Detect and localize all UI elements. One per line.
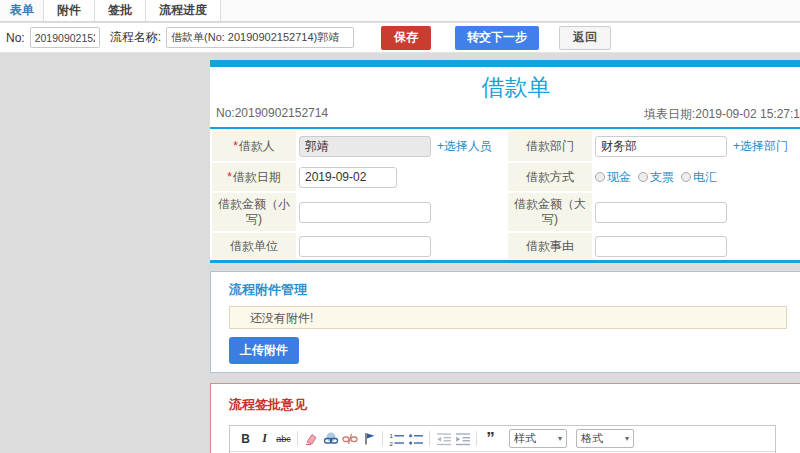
form-fill-date: 填表日期:2019-09-02 15:27:1 [644,106,800,123]
italic-icon[interactable]: I [256,430,273,447]
svg-text:2: 2 [389,440,393,446]
attachments-heading: 流程附件管理 [229,281,800,299]
chevron-down-icon: ▾ [625,434,629,443]
upload-attachment-button[interactable]: 上传附件 [229,337,299,364]
strikethrough-icon[interactable]: abc [275,430,292,447]
reason-label: 借款事由 [508,233,592,259]
toolbar-separator [297,431,298,446]
outdent-icon[interactable] [435,430,452,447]
toolbar-separator [382,431,383,446]
radio-cash-label[interactable]: 现金 [607,169,631,186]
back-button[interactable]: 返回 [559,26,611,50]
radio-cash[interactable] [595,172,605,182]
attachments-empty-message: 还没有附件! [229,306,787,329]
main-panel: 借款单 No:20190902152714 填表日期:2019-09-02 15… [210,60,800,453]
forward-next-button[interactable]: 转交下一步 [455,26,539,50]
toolbar-separator [429,431,430,446]
required-mark: * [233,139,238,154]
indent-icon[interactable] [454,430,471,447]
amount-small-input[interactable] [299,202,431,223]
blockquote-icon[interactable]: ” [482,430,499,447]
panel-top-bar [210,60,800,67]
bulleted-list-icon[interactable] [407,430,424,447]
flow-name-input[interactable] [166,27,354,48]
section-gap [210,373,800,383]
borrow-date-input[interactable] [299,167,397,188]
flow-name-label: 流程名称: [110,29,161,46]
no-label: No: [6,31,25,45]
form-title: 借款单 [210,67,800,104]
attachments-section: 流程附件管理 还没有附件! 上传附件 [210,271,800,373]
format-select[interactable]: 格式 ▾ [576,429,634,448]
styles-select[interactable]: 样式 ▾ [509,429,567,448]
anchor-flag-icon[interactable] [360,430,377,447]
tab-progress[interactable]: 流程进度 [145,0,221,21]
form-row-2: * 借款日期 借款方式 现金 [210,162,800,192]
svg-text:1: 1 [389,433,393,439]
radio-wire-label[interactable]: 电汇 [693,169,717,186]
department-input[interactable] [595,136,727,157]
screen: 表单 附件 签批 流程进度 No: 流程名称: 保存 转交下一步 返回 借款单 … [0,0,800,453]
signoff-heading: 流程签批意见 [229,396,776,414]
borrower-input[interactable] [299,136,431,157]
richtext-editor: B I abc [229,425,776,453]
link-icon[interactable] [322,430,339,447]
toolbar-separator [476,431,477,446]
tab-attachments[interactable]: 附件 [43,0,95,21]
no-input[interactable] [30,27,100,48]
form-grid: * 借款人 +选择人员 借款部门 [210,129,800,263]
editor-toolbar: B I abc [230,426,775,452]
numbered-list-icon[interactable]: 12 [388,430,405,447]
reason-input[interactable] [595,236,727,257]
signoff-section: 流程签批意见 B I abc [210,383,800,453]
unlink-icon[interactable] [341,430,358,447]
amount-big-input[interactable] [595,202,727,223]
select-person-link[interactable]: +选择人员 [437,138,492,155]
save-button[interactable]: 保存 [381,26,431,50]
form-row-3: 借款金额（小写) 借款金额（大写) [210,192,800,232]
tab-signoff[interactable]: 签批 [94,0,146,21]
chevron-down-icon: ▾ [558,434,562,443]
amount-small-label: 借款金额（小写) [212,193,296,231]
form-meta-row: No:20190902152714 填表日期:2019-09-02 15:27:… [210,104,800,129]
amount-big-label: 借款金额（大写) [508,193,592,231]
form-row-1: * 借款人 +选择人员 借款部门 [210,130,800,162]
radio-wire[interactable] [681,172,691,182]
section-gap [210,263,800,271]
borrower-label: * 借款人 [212,131,296,161]
unit-label: 借款单位 [212,233,296,259]
toolbar: No: 流程名称: 保存 转交下一步 返回 [0,23,800,53]
form-section: 借款单 No:20190902152714 填表日期:2019-09-02 15… [210,67,800,263]
radio-cheque[interactable] [638,172,648,182]
remove-format-icon[interactable] [303,430,320,447]
required-mark: * [227,170,232,185]
tab-bar: 表单 附件 签批 流程进度 [0,0,800,22]
form-no-text: No:20190902152714 [216,106,328,123]
bold-icon[interactable]: B [237,430,254,447]
department-label: 借款部门 [508,131,592,161]
unit-input[interactable] [299,236,431,257]
borrow-method-label: 借款方式 [508,163,592,191]
radio-cheque-label[interactable]: 支票 [650,169,674,186]
borrow-date-label: * 借款日期 [212,163,296,191]
form-row-4: 借款单位 借款事由 [210,232,800,260]
select-department-link[interactable]: +选择部门 [733,138,788,155]
tab-form[interactable]: 表单 [0,0,44,21]
